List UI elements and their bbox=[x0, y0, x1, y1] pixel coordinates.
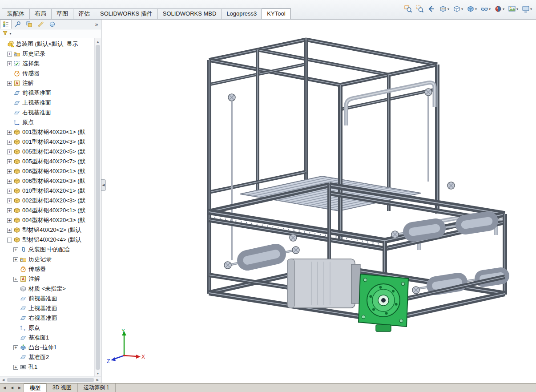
display-style-icon[interactable]: ▾ bbox=[465, 4, 478, 14]
tree-item[interactable]: +005型材铝40X20<7> (默 bbox=[0, 157, 94, 166]
dropdown-caret-icon[interactable]: ▾ bbox=[503, 7, 504, 11]
tree-expander[interactable]: + bbox=[7, 189, 12, 194]
ribbon-tab[interactable]: 草图 bbox=[51, 8, 73, 19]
tree-item[interactable]: −型材铝40X20<4> (默认 bbox=[0, 235, 94, 245]
dropdown-caret-icon[interactable]: ▾ bbox=[447, 7, 449, 11]
tree-item[interactable]: 总装图 (默认<默认_显示 bbox=[0, 39, 94, 49]
dropdown-caret-icon[interactable]: ▾ bbox=[489, 7, 491, 11]
tree-item[interactable]: 基准面2 bbox=[0, 352, 94, 362]
scrollbar-thumb-horizontal[interactable] bbox=[7, 378, 94, 382]
tree-item[interactable]: +注解 bbox=[0, 78, 94, 88]
tree-expander[interactable]: − bbox=[7, 238, 12, 242]
scroll-up-arrow[interactable]: ▲ bbox=[95, 38, 101, 44]
tree-item[interactable]: +004型材铝40X20<1> (默 bbox=[0, 206, 94, 215]
tree-expander[interactable]: + bbox=[7, 150, 12, 154]
tree-item[interactable]: 前视基准面 bbox=[0, 294, 94, 303]
sheet-next-button[interactable]: ▶ bbox=[16, 384, 23, 392]
dimxpertmanager-tab[interactable] bbox=[35, 20, 46, 29]
tree-item[interactable]: 材质 <未指定> bbox=[0, 284, 94, 294]
ribbon-tab[interactable]: 装配体 bbox=[2, 8, 30, 19]
tree-item[interactable]: +005型材铝40X20<5> (默 bbox=[0, 147, 94, 157]
tree-expander[interactable]: + bbox=[7, 228, 12, 233]
ribbon-tab[interactable]: KYTool bbox=[262, 8, 290, 19]
tree-horizontal-scrollbar[interactable]: ◀ ▶ bbox=[0, 376, 101, 383]
zoom-to-fit-icon[interactable] bbox=[403, 4, 414, 14]
propertymanager-tab[interactable] bbox=[12, 20, 23, 29]
tree-expander[interactable]: + bbox=[13, 365, 18, 370]
tree-expander[interactable]: + bbox=[7, 61, 12, 66]
tree-expander[interactable]: + bbox=[7, 198, 12, 203]
apply-scene-icon[interactable]: ▾ bbox=[507, 4, 520, 14]
sheet-tab[interactable]: 模型 bbox=[24, 384, 47, 392]
tree-vertical-scrollbar[interactable]: ▲ ▼ bbox=[94, 38, 101, 376]
tree-expander[interactable]: + bbox=[7, 159, 12, 164]
tree-expander[interactable]: + bbox=[13, 277, 18, 282]
tree-expander[interactable]: + bbox=[7, 169, 12, 174]
zoom-to-area-icon[interactable] bbox=[415, 4, 425, 14]
tree-item[interactable]: +孔1 bbox=[0, 362, 94, 372]
sheet-tab[interactable]: 3D 视图 bbox=[46, 384, 78, 392]
displaymanager-tab[interactable] bbox=[46, 20, 58, 29]
filter-funnel-icon[interactable] bbox=[2, 30, 8, 38]
edit-appearance-icon[interactable]: ▾ bbox=[493, 4, 506, 14]
tree-expander[interactable]: + bbox=[7, 218, 12, 223]
tree-item[interactable]: +凸台-拉伸1 bbox=[0, 343, 94, 352]
tree-item[interactable]: +总装图 中的配合 bbox=[0, 245, 94, 255]
panel-overflow-button[interactable]: » bbox=[92, 20, 101, 29]
tree-item[interactable]: +型材铝40X20<2> (默认 bbox=[0, 225, 94, 235]
dropdown-caret-icon[interactable]: ▾ bbox=[530, 7, 532, 11]
ribbon-tab[interactable]: SOLIDWORKS MBD bbox=[157, 8, 222, 19]
sheet-tab[interactable]: 运动算例 1 bbox=[77, 384, 116, 392]
tree-item[interactable]: +006型材铝40X20<1> (默 bbox=[0, 166, 94, 176]
tree-item[interactable]: 基准面1 bbox=[0, 333, 94, 343]
tree-expander[interactable]: + bbox=[7, 130, 12, 135]
dropdown-caret-icon[interactable]: ▾ bbox=[475, 7, 477, 11]
tree-item[interactable]: 上视基准面 bbox=[0, 98, 94, 108]
tree-expander[interactable]: + bbox=[7, 179, 12, 184]
tree-item[interactable]: 传感器 bbox=[0, 69, 94, 78]
hide-show-items-icon[interactable]: ▾ bbox=[479, 4, 492, 14]
panel-collapse-handle[interactable]: ◀ bbox=[101, 179, 106, 191]
section-view-icon[interactable]: ▾ bbox=[438, 4, 451, 14]
viewport-canvas[interactable]: YXZ bbox=[101, 20, 536, 383]
scroll-down-arrow[interactable]: ▼ bbox=[95, 370, 101, 376]
sheet-first-button[interactable]: ◀ bbox=[1, 384, 8, 392]
tree-expander[interactable]: + bbox=[13, 257, 18, 262]
sheet-prev-button[interactable]: ◀ bbox=[8, 384, 16, 392]
view-settings-icon[interactable]: ▾ bbox=[520, 4, 533, 14]
tree-item[interactable]: +历史记录 bbox=[0, 255, 94, 264]
tree-item[interactable]: 右视基准面 bbox=[0, 108, 94, 117]
previous-view-icon[interactable] bbox=[426, 4, 437, 14]
tree-item[interactable]: 前视基准面 bbox=[0, 88, 94, 98]
tree-item[interactable]: +004型材铝40X20<3> (默 bbox=[0, 215, 94, 225]
machine-model[interactable] bbox=[209, 40, 506, 331]
tree-expander[interactable]: + bbox=[7, 81, 12, 86]
tree-expander[interactable]: + bbox=[13, 247, 18, 252]
tree-item[interactable]: +001型材铝40X20<3> (默 bbox=[0, 137, 94, 147]
scrollbar-thumb[interactable] bbox=[96, 45, 100, 370]
tree-item[interactable]: 原点 bbox=[0, 323, 94, 333]
scroll-left-arrow[interactable]: ◀ bbox=[0, 378, 7, 382]
tree-item[interactable]: +选择集 bbox=[0, 59, 94, 69]
tree-expander[interactable]: + bbox=[13, 345, 18, 350]
ribbon-tab[interactable]: 评估 bbox=[73, 8, 95, 19]
tree-expander[interactable]: + bbox=[7, 140, 12, 145]
view-orientation-icon[interactable]: ▾ bbox=[451, 4, 464, 14]
configurationmanager-tab[interactable] bbox=[23, 20, 35, 29]
ribbon-tab[interactable]: Logopress3 bbox=[221, 8, 262, 19]
gearbox[interactable] bbox=[359, 274, 408, 331]
motor[interactable] bbox=[287, 259, 360, 308]
tree-item[interactable]: 原点 bbox=[0, 117, 94, 127]
tree-expander[interactable]: + bbox=[7, 52, 12, 57]
tree-item[interactable]: +002型材铝40X20<3> (默 bbox=[0, 196, 94, 206]
tree-item[interactable]: 上视基准面 bbox=[0, 303, 94, 313]
tree-expander[interactable]: + bbox=[7, 208, 12, 213]
ribbon-tab[interactable]: 布局 bbox=[29, 8, 52, 19]
featuremanager-tab[interactable] bbox=[0, 20, 12, 29]
tree-item[interactable]: 传感器 bbox=[0, 264, 94, 274]
scroll-right-arrow[interactable]: ▶ bbox=[94, 378, 101, 382]
tree-item[interactable]: +注解 bbox=[0, 274, 94, 284]
ribbon-tab[interactable]: SOLIDWORKS 插件 bbox=[95, 8, 158, 19]
dropdown-caret-icon[interactable]: ▾ bbox=[461, 7, 463, 11]
tree-item[interactable]: +006型材铝40X20<3> (默 bbox=[0, 176, 94, 186]
